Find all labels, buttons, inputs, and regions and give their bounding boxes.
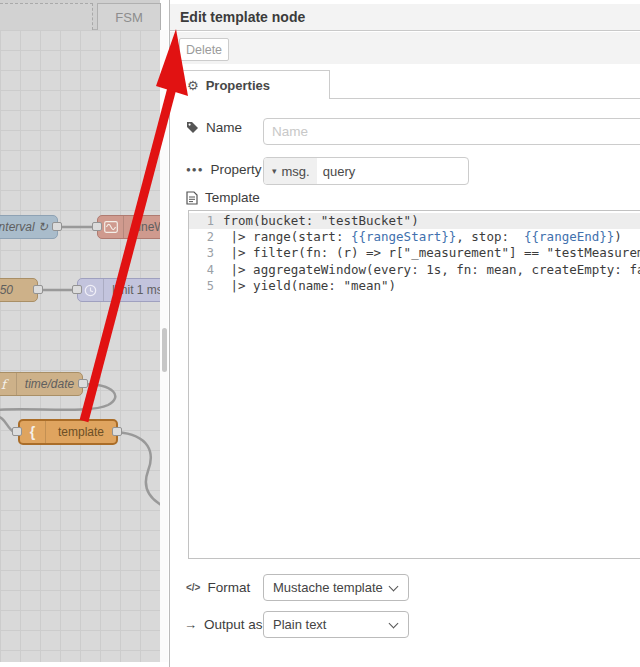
edit-tray: Edit template node Delete ⚙ Properties xyxy=(169,0,640,667)
gear-icon: ⚙ xyxy=(187,78,199,93)
output-value: Plain text xyxy=(273,617,326,632)
code-lines: 1from(bucket: "testBucket")2 |> range(st… xyxy=(189,213,640,294)
chevron-down-icon xyxy=(389,619,399,629)
workspace-vertical-scrollbar[interactable] xyxy=(160,30,168,662)
node-timedate[interactable]: f time/date xyxy=(0,372,83,396)
node-s150-label: s-150 xyxy=(0,283,37,297)
code-line: 1from(bucket: "testBucket") xyxy=(189,213,640,229)
function-icon: f xyxy=(0,373,17,395)
tray-tabbar: ⚙ Properties xyxy=(170,64,640,100)
name-label: Name xyxy=(206,120,242,135)
node-red-editor: FSM interval ↻ sin xyxy=(0,0,640,667)
code-line: 3 |> filter(fn: (r) => r["_measurement"]… xyxy=(189,245,640,261)
node-interval[interactable]: interval ↻ xyxy=(0,215,58,239)
flow-canvas[interactable]: interval ↻ sineW s-150 xyxy=(0,30,160,662)
output-select[interactable]: Plain text xyxy=(263,611,409,638)
caret-down-icon: ▾ xyxy=(272,166,277,176)
flow-tabbar: FSM xyxy=(0,0,160,30)
property-label: Property xyxy=(211,162,262,177)
node-interval-label: interval ↻ xyxy=(0,220,57,234)
node-limit[interactable]: limit 1 ms xyxy=(77,278,160,302)
port-interval-out[interactable] xyxy=(52,222,62,231)
node-template-label: template xyxy=(46,425,116,439)
tray-toolbar: Delete xyxy=(170,32,640,64)
output-label: Output as xyxy=(204,617,263,632)
port-limit-in[interactable] xyxy=(72,285,82,294)
flow-tab-partial[interactable] xyxy=(0,3,93,30)
name-input[interactable]: Name xyxy=(263,118,640,145)
delete-button[interactable]: Delete xyxy=(179,38,229,61)
code-line: 4 |> aggregateWindow(every: 1s, fn: mean… xyxy=(189,262,640,278)
format-value: Mustache template xyxy=(273,580,383,595)
property-row: ●●● Property xyxy=(186,162,262,177)
code-line: 5 |> yield(name: "mean") xyxy=(189,278,640,294)
output-row: → Output as xyxy=(184,617,263,632)
format-label: Format xyxy=(207,580,250,595)
format-select[interactable]: Mustache template xyxy=(263,574,409,601)
node-timedate-label: time/date xyxy=(17,377,82,391)
code-line: 2 |> range(start: {{rangeStart}}, stop: … xyxy=(189,229,640,245)
node-limit-label: limit 1 ms xyxy=(104,283,160,297)
chevron-down-icon xyxy=(389,582,399,592)
name-placeholder: Name xyxy=(272,124,308,139)
output-arrow-icon: → xyxy=(184,617,197,632)
node-template-selected[interactable]: { template xyxy=(18,419,118,445)
template-file-icon xyxy=(186,191,198,205)
tag-icon xyxy=(186,121,199,134)
port-template-out[interactable] xyxy=(112,427,122,436)
tab-properties-label: Properties xyxy=(206,78,270,93)
tab-properties[interactable]: ⚙ Properties xyxy=(173,70,330,99)
format-row: </> Format xyxy=(186,580,250,595)
flow-workspace: FSM interval ↻ sin xyxy=(0,0,168,667)
template-row: Template xyxy=(186,190,260,205)
property-value[interactable]: query xyxy=(317,158,356,184)
flow-wires xyxy=(0,30,160,662)
property-typed-input[interactable]: ▾ msg. query xyxy=(263,157,469,185)
port-timedate-out[interactable] xyxy=(78,379,88,388)
name-row: Name xyxy=(186,120,242,135)
flow-tab-fsm[interactable]: FSM xyxy=(97,3,161,30)
template-brace-icon: { xyxy=(20,421,46,443)
template-code-editor[interactable]: 1from(bucket: "testBucket")2 |> range(st… xyxy=(188,210,640,559)
wire[interactable] xyxy=(117,432,160,506)
msg-type-button[interactable]: ▾ msg. xyxy=(264,158,317,184)
port-sinewave-in[interactable] xyxy=(92,222,102,231)
node-sinewave-label: sineW xyxy=(124,220,160,234)
scrollbar-thumb[interactable] xyxy=(162,328,167,372)
ellipsis-icon: ●●● xyxy=(186,165,204,174)
workspace-horizontal-scrollbar[interactable] xyxy=(0,662,168,667)
code-icon: </> xyxy=(186,582,200,593)
port-s150-out[interactable] xyxy=(33,285,43,294)
properties-form: Name Name ●●● Property ▾ msg. query xyxy=(170,100,640,667)
template-label: Template xyxy=(205,190,260,205)
msg-prefix: msg. xyxy=(282,164,310,179)
node-sinewave[interactable]: sineW xyxy=(97,215,160,239)
port-template-in[interactable] xyxy=(12,427,22,436)
tray-title: Edit template node xyxy=(170,4,640,31)
